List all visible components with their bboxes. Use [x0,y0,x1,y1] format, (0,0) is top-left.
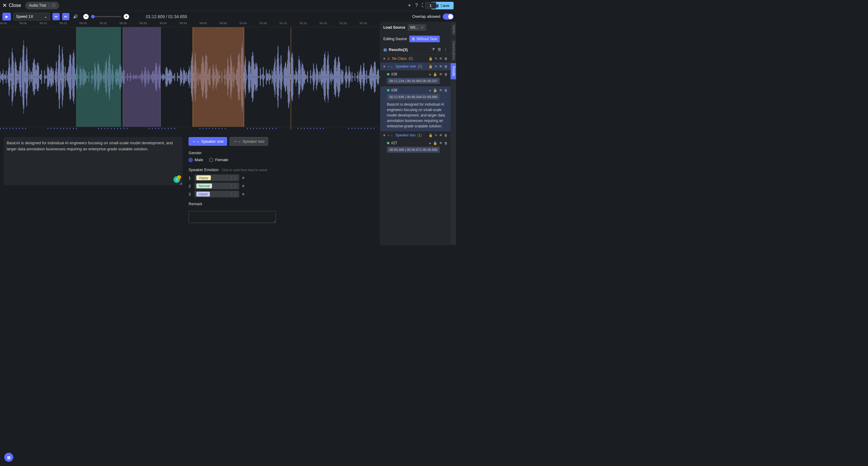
speed-label: Speed 1X [16,14,33,19]
eye-icon[interactable]: 👁 [439,65,442,68]
eye-icon[interactable]: 👁 [439,141,442,145]
result-group-header[interactable]: ▾⚠No Class(0)🔓✎👁🗑 [380,55,451,62]
pager-prev-icon[interactable]: ‹ [421,3,423,8]
region-teal[interactable] [76,27,121,127]
app-title: Audio Trial [29,3,46,7]
tab-classifications[interactable]: Classifications [451,38,456,63]
edit-icon[interactable]: ✎ [435,134,437,137]
source-chip[interactable]: Wit… ✕ [408,24,426,31]
radio-female[interactable]: Female [209,157,228,162]
lock-icon[interactable]: 🔓 [433,72,437,76]
eye-icon[interactable]: 👁 [439,134,442,137]
overlap-toggle[interactable] [443,13,454,20]
pager-input[interactable] [425,2,436,9]
trash-icon[interactable]: 🗑 [444,65,447,68]
zoom-in-button[interactable]: + [124,14,129,19]
result-group-header[interactable]: ▾⫟⫠Speaker one(2)🔓✎👁🗑 [380,62,451,70]
caret-down-icon[interactable]: ▾ [383,56,385,61]
close-button[interactable]: ✕ Close [2,2,21,9]
play-small-icon[interactable]: ▸ [430,88,431,92]
lock-icon[interactable]: 🔓 [429,65,433,68]
overlap-label: Overlap allowed [412,14,440,19]
filter-icon[interactable]: ⧩ [432,47,435,52]
status-dot [387,73,390,76]
trash-icon[interactable]: 🗑 [444,134,447,137]
edit-icon[interactable]: ✎ [435,57,437,61]
speaker-tag[interactable]: ⫟⫠Speaker two [229,137,268,146]
caret-down-icon[interactable]: ▾ [383,133,385,137]
remove-icon[interactable]: ✕ [242,192,245,197]
drag-handle-icon[interactable]: ⋮⋮ [229,176,237,180]
trash-icon: 🗑 [412,37,415,41]
gender-label: Gender [188,151,374,155]
info-icon[interactable]: ⓘ [52,3,56,8]
volume-icon[interactable]: 🔊 [73,14,78,19]
playhead[interactable] [291,27,291,127]
drag-handle-icon[interactable]: ⋮⋮ [229,184,237,188]
trash-icon[interactable]: 🗑 [444,88,447,92]
ruler-tick: 01:20 [320,22,327,25]
skip-back-button[interactable]: ⏮ [53,13,60,20]
result-item[interactable]: #28▸🔓👁🗑00:12.836 | 00:48.044-01:00.880Ba… [380,86,451,131]
transcript-textarea[interactable]: BasicAI is designed for individual AI en… [4,137,183,185]
drag-handle-icon[interactable]: ⋮⋮ [229,192,237,197]
remove-icon[interactable]: ✕ [242,184,245,188]
rank-row[interactable]: 2Normal⋮⋮✕ [188,183,374,189]
time-display: 01:12.609 / 01:34.655 [146,14,187,19]
caret-down-icon[interactable]: ▾ [383,64,385,68]
emotion-label: Speaker Emotion Click to rank from best … [188,168,374,172]
task-pill[interactable]: 🗑 Without Task [409,36,439,42]
ruler-tick: 00:05 [20,22,27,25]
ruler-tick: 00:15 [60,22,67,25]
tab-results[interactable]: Results [451,63,456,79]
trash-icon[interactable]: 🗑 [444,72,447,76]
lock-icon[interactable]: 🔓 [433,88,437,92]
ruler-tick: 01:00 [240,22,247,25]
result-group-header[interactable]: ▾⫟⫠Speaker two(1)🔓✎👁🗑 [380,131,451,139]
delete-all-icon[interactable]: 🗑 [437,47,441,52]
edit-icon[interactable]: ✎ [435,65,437,68]
rank-row[interactable]: 3Upset⋮⋮✕ [188,191,374,197]
lock-icon[interactable]: 🔓 [429,134,433,137]
region-orange[interactable] [192,27,245,127]
chevron-down-icon: ⌄ [44,14,48,19]
chip-close-icon[interactable]: ✕ [421,25,424,30]
trash-icon[interactable]: 🗑 [444,57,447,61]
wave-canvas[interactable] [0,27,380,127]
bug-icon[interactable]: ⌖ [408,3,411,8]
radio-male[interactable]: Male [188,157,203,162]
pager-next-icon[interactable]: › [445,3,447,8]
eye-icon[interactable]: 👁 [439,72,442,76]
result-item[interactable]: #26▸🔓👁🗑00:11.224 | 00:18.983-00:30.207 [380,70,451,86]
zoom-out-button[interactable]: − [83,14,89,19]
speed-select[interactable]: Speed 1X ⌄ [13,13,50,21]
right-panel: Load Source Wit… ✕ Editing Source 🗑 With… [380,22,451,245]
trash-icon[interactable]: 🗑 [444,141,447,145]
skip-forward-button[interactable]: ⏭ [62,13,69,20]
eye-icon[interactable]: 👁 [439,57,442,61]
lock-icon[interactable]: 🔓 [429,57,433,61]
play-small-icon[interactable]: ▸ [430,72,431,76]
rank-row[interactable]: 1Happy⋮⋮✕ [188,174,374,181]
play-small-icon[interactable]: ▸ [430,141,431,145]
resize-handle-icon[interactable]: ◢ [180,181,182,185]
tab-validity[interactable]: Validity [451,22,456,38]
status-dot [387,142,390,144]
speaker-tag[interactable]: ⫟⫠Speaker one [188,137,227,146]
eye-icon[interactable]: 👁 [439,88,442,92]
grammarly-icon[interactable]: G 2 [174,176,180,183]
remark-textarea[interactable] [188,211,276,223]
remove-icon[interactable]: ✕ [242,176,245,180]
lock-icon[interactable]: 🔓 [433,141,437,145]
ruler-tick: 00:40 [160,22,167,25]
zoom-thumb[interactable] [91,15,95,19]
help-icon[interactable]: ? [415,3,418,8]
more-icon[interactable]: ⋮ [444,47,447,52]
result-item[interactable]: #27▸🔓👁🗑00:09.309 | 00:30.671-00:39.980 [380,139,451,155]
waveform-area[interactable]: 00:0000:0500:1000:1500:2000:2500:3000:35… [0,22,380,134]
region-purple[interactable] [123,27,161,127]
ruler-tick: 00:10 [40,22,47,25]
minimap[interactable] [0,127,380,130]
zoom-slider[interactable] [91,16,121,17]
play-button[interactable]: ▶ [2,13,11,21]
